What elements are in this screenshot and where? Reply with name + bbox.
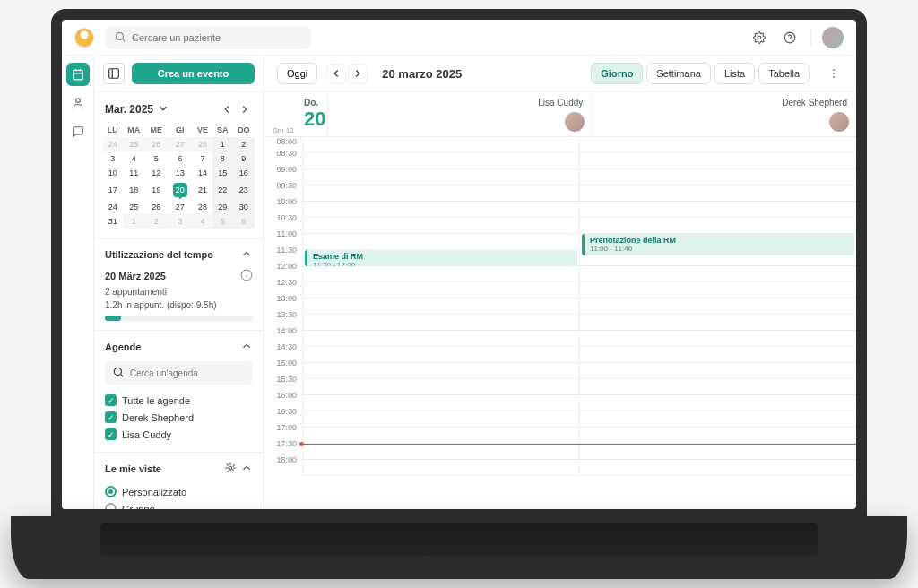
mini-cal-day[interactable]: 20 bbox=[167, 180, 193, 200]
settings-icon[interactable] bbox=[749, 28, 769, 48]
view-tab-lista[interactable]: Lista bbox=[714, 63, 755, 84]
mini-cal-next[interactable] bbox=[237, 101, 253, 117]
agenda-item[interactable]: ✓Derek Shepherd bbox=[105, 409, 253, 426]
more-menu[interactable] bbox=[824, 64, 844, 83]
agenda-search-input[interactable] bbox=[130, 368, 246, 378]
mini-cal-day[interactable]: 7 bbox=[193, 151, 212, 166]
views-settings-icon[interactable] bbox=[224, 462, 237, 476]
mini-cal-prev[interactable] bbox=[219, 101, 235, 117]
mini-cal-day[interactable]: 8 bbox=[212, 151, 233, 166]
mini-cal-day[interactable]: 17 bbox=[103, 180, 123, 200]
view-option[interactable]: Personalizzato bbox=[105, 483, 253, 500]
agendas-collapse[interactable] bbox=[240, 340, 253, 354]
mini-cal-day[interactable]: 26 bbox=[145, 200, 167, 214]
rail-messages[interactable] bbox=[66, 120, 90, 143]
time-label: 10:30 bbox=[264, 213, 302, 229]
mini-cal-day[interactable]: 27 bbox=[167, 137, 193, 151]
mini-cal-day[interactable]: 18 bbox=[123, 180, 145, 200]
mini-cal-day[interactable]: 5 bbox=[145, 151, 167, 166]
help-icon[interactable] bbox=[780, 28, 800, 48]
mini-cal-day[interactable]: 23 bbox=[233, 180, 255, 200]
mini-cal-day[interactable]: 25 bbox=[123, 137, 145, 151]
mini-cal-day[interactable]: 9 bbox=[233, 151, 255, 166]
agenda-item[interactable]: ✓Tutte le agende bbox=[105, 392, 253, 409]
mini-cal-day[interactable]: 3 bbox=[167, 214, 193, 229]
usage-collapse[interactable] bbox=[240, 247, 253, 262]
views-collapse[interactable] bbox=[240, 462, 253, 476]
create-event-button[interactable]: Crea un evento bbox=[132, 63, 255, 84]
mini-cal-day[interactable]: 2 bbox=[145, 214, 167, 229]
today-button[interactable]: Oggi bbox=[277, 63, 317, 84]
mini-cal-day[interactable]: 1 bbox=[212, 137, 233, 151]
mini-cal-day[interactable]: 11 bbox=[123, 166, 145, 180]
mini-cal-day[interactable]: 2 bbox=[233, 137, 255, 151]
mini-cal-day[interactable]: 4 bbox=[123, 151, 145, 166]
mini-cal-day[interactable]: 25 bbox=[123, 200, 145, 214]
mini-cal-day[interactable]: 26 bbox=[145, 137, 167, 151]
person-name: Derek Shepherd bbox=[782, 98, 847, 108]
day-column[interactable]: Prenotazione della RM11:00 - 11:40 bbox=[579, 137, 856, 476]
mini-cal-day[interactable]: 10 bbox=[103, 166, 123, 180]
checkbox-icon: ✓ bbox=[105, 411, 117, 423]
sidebar: Crea un evento Mar. 2025 bbox=[94, 56, 264, 509]
mini-cal-day[interactable]: 14 bbox=[193, 166, 212, 180]
rail-patients[interactable] bbox=[66, 91, 90, 115]
cal-prev[interactable] bbox=[326, 64, 346, 83]
person-column-header: Lisa Cuddy bbox=[327, 92, 592, 136]
rail-calendar[interactable] bbox=[66, 63, 90, 86]
svg-point-9 bbox=[75, 99, 80, 103]
mini-cal-day[interactable]: 28 bbox=[193, 137, 212, 151]
agenda-search[interactable] bbox=[105, 361, 253, 385]
view-tab-settimana[interactable]: Settimana bbox=[646, 63, 711, 84]
info-icon[interactable] bbox=[240, 269, 253, 283]
mini-cal-day[interactable]: 30 bbox=[233, 200, 255, 214]
view-tab-giorno[interactable]: Giorno bbox=[591, 63, 643, 84]
svg-point-0 bbox=[116, 32, 123, 39]
agenda-label: Lisa Cuddy bbox=[122, 429, 171, 440]
radio-icon bbox=[105, 503, 117, 509]
user-avatar[interactable] bbox=[822, 27, 844, 48]
event-title: Prenotazione della RM bbox=[590, 236, 849, 245]
radio-icon bbox=[105, 486, 117, 497]
mini-cal-day[interactable]: 29 bbox=[212, 200, 233, 214]
calendar-event[interactable]: Esame di RM11:30 - 12:00 bbox=[305, 250, 577, 266]
mini-cal-day[interactable]: 27 bbox=[167, 200, 193, 214]
calendar-event[interactable]: Prenotazione della RM11:00 - 11:40 bbox=[582, 234, 854, 255]
mini-cal-day[interactable]: 31 bbox=[103, 214, 123, 229]
day-column[interactable]: Esame di RM11:30 - 12:00 bbox=[302, 137, 579, 476]
mini-cal-day[interactable]: 28 bbox=[193, 200, 212, 214]
day-short: Do. bbox=[304, 98, 325, 108]
mini-cal-day[interactable]: 4 bbox=[193, 214, 212, 229]
mini-cal-day[interactable]: 24 bbox=[103, 200, 123, 214]
mini-cal-day[interactable]: 15 bbox=[212, 166, 233, 180]
view-tab-tabella[interactable]: Tabella bbox=[758, 63, 810, 84]
mini-cal-day[interactable]: 6 bbox=[233, 214, 255, 229]
mini-cal-day[interactable]: 21 bbox=[193, 180, 212, 200]
mini-cal-day[interactable]: 16 bbox=[233, 166, 255, 180]
view-option[interactable]: Gruppo bbox=[105, 500, 253, 509]
mini-cal-day[interactable]: 6 bbox=[167, 151, 193, 166]
time-label: 15:00 bbox=[264, 359, 302, 375]
mini-cal-month[interactable]: Mar. 2025 bbox=[105, 102, 169, 117]
mini-cal-day[interactable]: 3 bbox=[103, 151, 123, 166]
mini-cal-day[interactable]: 5 bbox=[212, 214, 233, 229]
person-column-header: Derek Shepherd bbox=[592, 92, 856, 136]
mini-cal-day[interactable]: 12 bbox=[145, 166, 167, 180]
panel-toggle[interactable] bbox=[103, 63, 125, 84]
agenda-item[interactable]: ✓Lisa Cuddy bbox=[105, 426, 253, 443]
svg-point-19 bbox=[833, 73, 835, 74]
views-title: Le mie viste bbox=[105, 463, 161, 474]
time-label: 16:00 bbox=[264, 391, 302, 407]
cal-next[interactable] bbox=[348, 64, 368, 83]
mini-cal-day[interactable]: 1 bbox=[123, 214, 145, 229]
search-input[interactable] bbox=[132, 32, 302, 43]
svg-line-16 bbox=[121, 375, 124, 377]
mini-cal-day[interactable]: 22 bbox=[212, 180, 233, 200]
patient-search[interactable] bbox=[105, 26, 311, 49]
mini-cal-day[interactable]: 24 bbox=[103, 137, 123, 151]
checkbox-icon: ✓ bbox=[105, 394, 117, 406]
time-label: 09:30 bbox=[264, 181, 302, 197]
mini-cal-day[interactable]: 13 bbox=[167, 166, 193, 180]
time-label: 15:30 bbox=[264, 375, 302, 391]
mini-cal-day[interactable]: 19 bbox=[145, 180, 167, 200]
